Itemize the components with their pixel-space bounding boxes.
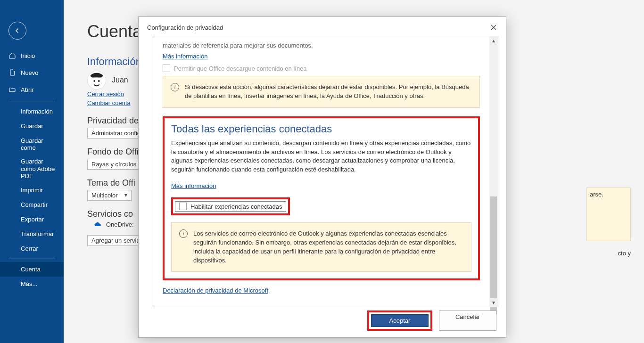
- nav-home[interactable]: Inicio: [0, 47, 64, 64]
- info-icon: i: [171, 83, 179, 91]
- dialog-close-button[interactable]: [487, 22, 500, 33]
- nav-separator2: [8, 259, 55, 259]
- dialog-title: Configuración de privacidad: [147, 24, 223, 31]
- onedrive-icon: [94, 222, 102, 228]
- allow-download-row: Permitir que Office descargue contenido …: [163, 65, 480, 72]
- fragment-text2: cto y: [618, 250, 631, 257]
- nav-save-as-pdf[interactable]: Guardar como Adobe PDF: [0, 155, 64, 183]
- user-avatar[interactable]: [87, 71, 106, 90]
- nav-print[interactable]: Imprimir: [0, 183, 64, 197]
- dialog-header: Configuración de privacidad: [139, 17, 506, 37]
- connected-experiences-section: Todas las experiencias conectadas Experi…: [163, 116, 480, 281]
- enable-connected-checkbox[interactable]: [179, 203, 187, 210]
- nav-share[interactable]: Compartir: [0, 197, 64, 212]
- background-infobox-fragment: arse.: [586, 188, 631, 241]
- onedrive-label: OneDrive:: [106, 221, 134, 228]
- scroll-down-icon[interactable]: ▼: [489, 298, 498, 307]
- connected-experiences-heading: Todas las experiencias conectadas: [171, 123, 471, 135]
- nav-open-label: Abrir: [21, 86, 33, 93]
- nav-close[interactable]: Cerrar: [0, 241, 64, 256]
- warning2-text: Los servicios de correo electrónico de O…: [193, 230, 456, 264]
- allow-download-label: Permitir que Office descargue contenido …: [174, 65, 307, 72]
- enable-connected-label: Habilitar experiencias conectadas: [190, 203, 282, 210]
- theme-select[interactable]: Multicolor: [87, 190, 132, 201]
- nav-info[interactable]: Información: [0, 104, 64, 119]
- back-button[interactable]: [8, 22, 26, 40]
- warning-box-1: i Si desactiva esta opción, algunas cara…: [163, 76, 480, 108]
- enable-connected-checkbox-row[interactable]: Habilitar experiencias conectadas: [175, 201, 286, 212]
- nav-account[interactable]: Cuenta: [0, 262, 64, 277]
- nav-save[interactable]: Guardar: [0, 119, 64, 133]
- svg-point-18: [98, 80, 100, 82]
- privacy-statement-link[interactable]: Declaración de privacidad de Microsoft: [163, 287, 268, 294]
- word-backstage-window: Documento1 - Word — ▢ ✕ Inicio: [0, 0, 644, 343]
- warning-box-2: i Los servicios de correo electrónico de…: [171, 222, 471, 272]
- info-icon: i: [179, 229, 188, 238]
- nav-open[interactable]: Abrir: [0, 81, 64, 98]
- sign-out-link[interactable]: Cerrar sesión: [87, 90, 124, 98]
- privacy-settings-dialog: Configuración de privacidad materiales d…: [138, 16, 506, 338]
- more-info-link-1[interactable]: Más información: [163, 53, 207, 60]
- ok-button[interactable]: Aceptar: [371, 314, 429, 327]
- dialog-footer: Aceptar Cancelar: [139, 310, 506, 331]
- nav-export[interactable]: Exportar: [0, 212, 64, 227]
- more-info-link-2[interactable]: Más información: [171, 182, 216, 189]
- svg-point-17: [93, 80, 95, 82]
- nav-transform[interactable]: Transformar: [0, 227, 64, 241]
- nav-new[interactable]: Nuevo: [0, 64, 64, 81]
- dialog-scroll-area: materiales de referencia para mejorar su…: [153, 36, 489, 307]
- allow-download-checkbox[interactable]: [163, 65, 170, 72]
- scroll-thumb[interactable]: [490, 196, 497, 314]
- vertical-scrollbar[interactable]: ▲ ▼: [489, 36, 498, 307]
- fragment-text: arse.: [590, 191, 603, 198]
- nav-save-as[interactable]: Guardar como: [0, 133, 64, 155]
- switch-account-link[interactable]: Cambiar cuenta: [87, 99, 131, 106]
- cancel-button[interactable]: Cancelar: [439, 310, 496, 331]
- nav-more[interactable]: Más...: [0, 277, 64, 291]
- connected-experiences-text: Experiencias que analizan su contenido, …: [171, 139, 471, 174]
- scroll-up-icon[interactable]: ▲: [489, 36, 498, 45]
- nav-new-label: Nuevo: [21, 69, 39, 76]
- nav-home-label: Inicio: [21, 52, 35, 59]
- warning1-text: Si desactiva esta opción, algunas caract…: [185, 83, 469, 99]
- partial-previous-text: materiales de referencia para mejorar su…: [163, 42, 480, 49]
- ok-button-callout: Aceptar: [367, 310, 432, 331]
- nav-separator: [8, 101, 55, 101]
- dialog-body: materiales de referencia para mejorar su…: [153, 36, 498, 307]
- backstage-sidebar: Inicio Nuevo Abrir Información Guardar G…: [0, 0, 64, 343]
- enable-connected-callout: Habilitar experiencias conectadas: [171, 197, 290, 215]
- user-name: Juan: [112, 76, 128, 84]
